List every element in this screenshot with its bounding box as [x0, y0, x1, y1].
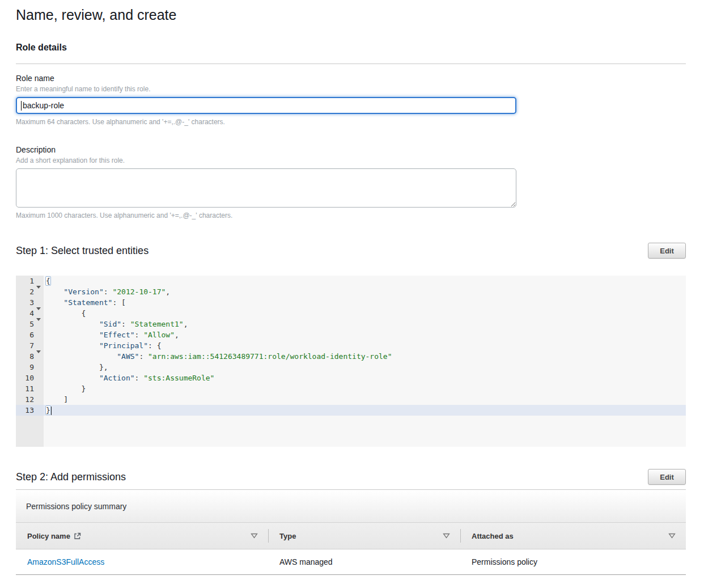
editor-code-fill	[44, 416, 686, 447]
editor-code-line: {	[44, 308, 686, 319]
editor-gutter: 6	[16, 329, 44, 340]
editor-code-line: ]	[44, 394, 686, 405]
trust-policy-editor[interactable]: 1{2 "Version": "2012-10-17",3 "Statement…	[16, 276, 686, 447]
policy-name-header-label: Policy name	[27, 532, 70, 540]
role-details-heading: Role details	[16, 43, 686, 53]
editor-code-line: "Effect": "Allow",	[44, 329, 686, 340]
editor-code-line: "Action": "sts:AssumeRole"	[44, 373, 686, 383]
policy-type-cell: AWS managed	[268, 557, 460, 566]
line-number: 6	[16, 329, 34, 340]
step2-heading: Step 2: Add permissions	[16, 471, 126, 483]
editor-gutter: 3	[16, 297, 44, 308]
editor-code-line: {	[44, 276, 686, 286]
step1-header-row: Step 1: Select trusted entities Edit	[16, 243, 686, 259]
editor-code-line: "AWS": "arn:aws:iam::541263489771:role/w…	[44, 351, 686, 362]
editor-line[interactable]: 12 ]	[16, 394, 686, 405]
line-number: 1	[16, 276, 34, 286]
editor-code-line: "Statement": [	[44, 297, 686, 308]
attached-as-cell: Permissions policy	[460, 557, 686, 566]
page-title: Name, review, and create	[16, 6, 686, 23]
editor-cursor	[51, 407, 52, 415]
editor-line[interactable]: 10 "Action": "sts:AssumeRole"	[16, 373, 686, 383]
editor-gutter: 1	[16, 276, 44, 286]
editor-lines: 1{2 "Version": "2012-10-17",3 "Statement…	[16, 276, 686, 416]
editor-code-line: }	[44, 383, 686, 394]
editor-line[interactable]: 1{	[16, 276, 686, 286]
line-number: 7	[16, 340, 34, 351]
description-constraint: Maximum 1000 characters. Use alphanumeri…	[16, 211, 686, 219]
editor-code-line: "Principal": {	[44, 340, 686, 351]
line-number: 11	[16, 383, 34, 394]
panel-title: Permissions policy summary	[26, 502, 126, 511]
table-row: AmazonS3FullAccessAWS managedPermissions…	[16, 549, 686, 575]
external-link-icon	[74, 532, 81, 540]
line-number: 5	[16, 319, 34, 329]
editor-gutter: 11	[16, 383, 44, 394]
filter-icon-policy-name[interactable]	[251, 533, 258, 539]
editor-code-line: "Version": "2012-10-17",	[44, 286, 686, 297]
line-number: 13	[16, 405, 34, 416]
section-divider	[16, 64, 686, 64]
description-description: Add a short explanation for this role.	[16, 156, 686, 164]
attached-as-header-label: Attached as	[472, 532, 514, 540]
column-header-type[interactable]: Type	[268, 523, 460, 549]
description-label: Description	[16, 145, 686, 155]
editor-gutter: 10	[16, 373, 44, 383]
role-name-constraint: Maximum 64 characters. Use alphanumeric …	[16, 118, 686, 126]
panel-header: Permissions policy summary	[16, 490, 686, 522]
step1-heading: Step 1: Select trusted entities	[16, 245, 149, 257]
role-name-label: Role name	[16, 74, 686, 83]
filter-icon-attached-as[interactable]	[668, 533, 676, 539]
text-cursor	[21, 101, 22, 111]
line-number: 2	[16, 286, 34, 297]
step2-edit-button[interactable]: Edit	[648, 469, 686, 485]
step1-edit-button[interactable]: Edit	[648, 243, 686, 259]
editor-code-line: "Sid": "Statement1",	[44, 319, 686, 329]
table-header-row: Policy name Type	[16, 522, 686, 549]
editor-line[interactable]: 5 "Sid": "Statement1",	[16, 319, 686, 329]
role-name-input[interactable]	[16, 97, 516, 114]
description-textarea[interactable]	[16, 168, 516, 208]
line-number: 12	[16, 394, 34, 405]
name-review-create-page: Name, review, and create Role details Ro…	[0, 0, 704, 575]
editor-line[interactable]: 3 "Statement": [	[16, 297, 686, 308]
description-field-block: Description Add a short explanation for …	[16, 145, 686, 219]
editor-code-line: },	[44, 362, 686, 373]
filter-icon-type[interactable]	[443, 533, 450, 539]
editor-line[interactable]: 4 {	[16, 308, 686, 319]
type-header-label: Type	[279, 532, 296, 540]
editor-gutter: 7	[16, 340, 44, 351]
editor-empty-area	[16, 416, 686, 447]
editor-line[interactable]: 6 "Effect": "Allow",	[16, 329, 686, 340]
line-number: 3	[16, 297, 34, 308]
editor-line[interactable]: 2 "Version": "2012-10-17",	[16, 286, 686, 297]
step2-header-row: Step 2: Add permissions Edit	[16, 469, 686, 485]
column-header-attached-as[interactable]: Attached as	[460, 523, 686, 549]
editor-gutter: 13	[16, 405, 44, 416]
editor-gutter-fill	[16, 416, 44, 447]
line-number: 4	[16, 308, 34, 319]
editor-line[interactable]: 8 "AWS": "arn:aws:iam::541263489771:role…	[16, 351, 686, 362]
column-header-policy-name[interactable]: Policy name	[16, 523, 268, 549]
line-number: 10	[16, 373, 34, 383]
policy-name-link[interactable]: AmazonS3FullAccess	[27, 557, 104, 566]
line-number: 8	[16, 351, 34, 362]
editor-line[interactable]: 7 "Principal": {	[16, 340, 686, 351]
permissions-summary-panel: Permissions policy summary Policy name	[16, 490, 686, 575]
editor-gutter: 9	[16, 362, 44, 373]
editor-line[interactable]: 13}	[16, 405, 686, 416]
role-name-field: Role name Enter a meaningful name to ide…	[16, 74, 686, 126]
editor-line[interactable]: 11 }	[16, 383, 686, 394]
table-body: AmazonS3FullAccessAWS managedPermissions…	[16, 549, 686, 575]
editor-code-line: }	[44, 405, 686, 416]
editor-gutter: 12	[16, 394, 44, 405]
line-number: 9	[16, 362, 34, 373]
role-name-description: Enter a meaningful name to identify this…	[16, 85, 686, 93]
editor-line[interactable]: 9 },	[16, 362, 686, 373]
